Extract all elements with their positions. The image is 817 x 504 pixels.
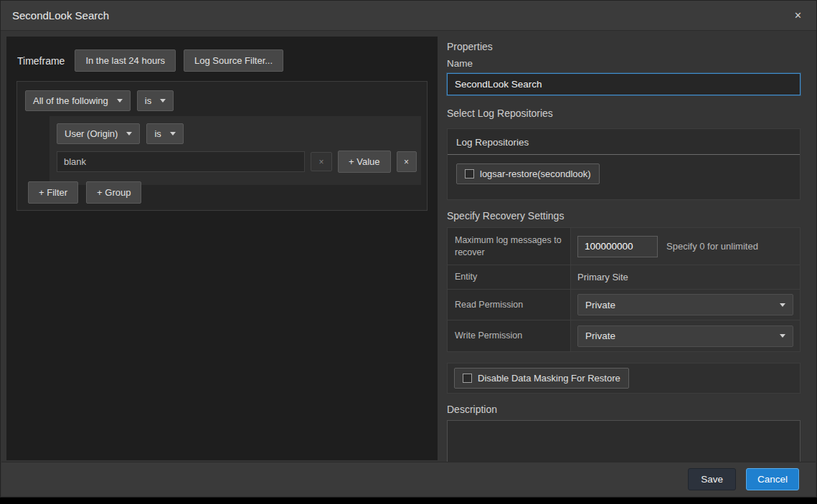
filter-field-row: User (Origin) is bbox=[49, 116, 421, 144]
filter-value-row: × + Value × bbox=[49, 144, 421, 173]
add-value-button[interactable]: + Value bbox=[338, 151, 391, 173]
repository-list: logsar-restore(secondlook) bbox=[448, 155, 800, 193]
log-repositories-panel: Log Repositories logsar-restore(secondlo… bbox=[447, 128, 801, 200]
group-condition-dropdown[interactable]: All of the following bbox=[25, 90, 131, 111]
checkbox-icon bbox=[465, 169, 474, 179]
read-permission-cell: Private bbox=[571, 290, 800, 320]
name-input[interactable] bbox=[447, 73, 801, 95]
table-row: Read Permission Private bbox=[448, 290, 800, 320]
dialog-title: SecondLook Search bbox=[12, 9, 109, 22]
log-source-filter-button[interactable]: Log Source Filter... bbox=[184, 49, 283, 72]
add-filter-button[interactable]: + Filter bbox=[28, 181, 78, 204]
timeframe-button[interactable]: In the last 24 hours bbox=[75, 49, 176, 72]
cancel-button[interactable]: Cancel bbox=[746, 468, 799, 490]
chevron-down-icon bbox=[126, 132, 132, 135]
write-permission-cell: Private bbox=[571, 320, 800, 351]
read-permission-dropdown[interactable]: Private bbox=[577, 294, 793, 315]
add-group-button[interactable]: + Group bbox=[86, 181, 141, 204]
checkbox-icon bbox=[463, 374, 472, 383]
chevron-down-icon bbox=[160, 99, 166, 103]
dialog-titlebar: SecondLook Search ✕ bbox=[1, 1, 816, 31]
group-operator-label: is bbox=[145, 95, 151, 106]
recovery-settings-table: Maximum log messages to recover Specify … bbox=[447, 227, 801, 352]
max-messages-label: Maximum log messages to recover bbox=[448, 228, 571, 265]
group-condition-label: All of the following bbox=[33, 95, 108, 106]
write-permission-value: Private bbox=[585, 331, 615, 341]
entity-value: Primary Site bbox=[571, 265, 800, 289]
dialog-footer: Save Cancel bbox=[1, 462, 816, 496]
table-row: Maximum log messages to recover Specify … bbox=[448, 228, 800, 265]
max-messages-cell: Specify 0 for unlimited bbox=[571, 228, 800, 265]
chevron-down-icon bbox=[780, 334, 785, 338]
group-operator-dropdown[interactable]: is bbox=[137, 90, 174, 111]
filter-group-box: All of the following is User (Origin) is bbox=[16, 81, 428, 211]
repository-checkbox-item[interactable]: logsar-restore(secondlook) bbox=[456, 163, 600, 184]
chevron-down-icon bbox=[117, 99, 123, 103]
remove-filter-button[interactable]: × bbox=[397, 151, 417, 172]
properties-heading: Properties bbox=[447, 41, 801, 52]
chevron-down-icon bbox=[780, 303, 785, 307]
write-permission-label: Write Permission bbox=[448, 320, 571, 351]
data-masking-panel: Disable Data Masking For Restore bbox=[447, 363, 801, 394]
recovery-settings-heading: Specify Recovery Settings bbox=[447, 210, 801, 222]
filter-field-dropdown[interactable]: User (Origin) bbox=[57, 123, 140, 144]
table-row: Entity Primary Site bbox=[448, 265, 800, 290]
description-textarea[interactable] bbox=[447, 420, 801, 466]
disable-masking-label: Disable Data Masking For Restore bbox=[478, 373, 620, 384]
description-label: Description bbox=[447, 404, 801, 415]
log-repositories-heading: Log Repositories bbox=[448, 129, 800, 155]
chevron-down-icon bbox=[170, 132, 176, 135]
filter-field-label: User (Origin) bbox=[65, 128, 118, 139]
remove-value-button[interactable]: × bbox=[311, 152, 332, 171]
properties-panel: Properties Name Select Log Repositories … bbox=[447, 31, 801, 469]
timeframe-row: Timeframe In the last 24 hours Log Sourc… bbox=[6, 37, 438, 72]
filter-operator-dropdown[interactable]: is bbox=[146, 123, 183, 144]
table-row: Write Permission Private bbox=[448, 320, 800, 351]
filter-operator-label: is bbox=[154, 128, 161, 139]
write-permission-dropdown[interactable]: Private bbox=[577, 325, 793, 347]
max-messages-input[interactable] bbox=[577, 236, 658, 257]
group-actions-row: + Filter + Group bbox=[28, 181, 141, 204]
disable-masking-checkbox[interactable]: Disable Data Masking For Restore bbox=[454, 368, 629, 389]
close-icon[interactable]: ✕ bbox=[794, 11, 802, 20]
entity-label: Entity bbox=[448, 265, 571, 289]
timeframe-label: Timeframe bbox=[17, 55, 65, 67]
group-condition-row: All of the following is bbox=[17, 82, 427, 111]
secondlook-search-dialog: SecondLook Search ✕ Timeframe In the las… bbox=[0, 0, 817, 498]
filter-panel: Timeframe In the last 24 hours Log Sourc… bbox=[6, 37, 438, 460]
read-permission-value: Private bbox=[585, 300, 615, 310]
read-permission-label: Read Permission bbox=[448, 290, 571, 320]
name-label: Name bbox=[447, 58, 801, 69]
filter-item-box: User (Origin) is × + Value × bbox=[49, 116, 421, 185]
max-messages-hint: Specify 0 for unlimited bbox=[666, 241, 758, 252]
select-log-repositories-label: Select Log Repositories bbox=[447, 108, 801, 119]
filter-value-input[interactable] bbox=[57, 151, 305, 172]
save-button[interactable]: Save bbox=[688, 468, 736, 490]
repository-label: logsar-restore(secondlook) bbox=[480, 168, 591, 179]
